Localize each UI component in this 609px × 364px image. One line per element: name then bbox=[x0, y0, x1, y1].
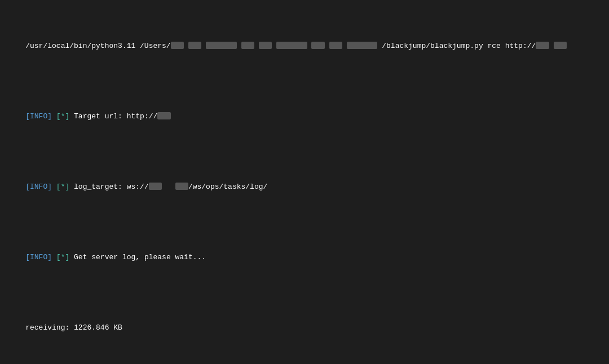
line-receiving: receiving: 1226.846 KB bbox=[8, 310, 601, 345]
command-path: /usr/local/bin/python3.11 /Users/ bbox=[25, 42, 170, 50]
line-info-logtarget: [INFO] [*] log_target: ws:// /ws/ops/tas… bbox=[8, 170, 601, 205]
terminal-container: /usr/local/bin/python3.11 /Users/ /black… bbox=[8, 6, 601, 364]
line-command: /usr/local/bin/python3.11 /Users/ /black… bbox=[8, 29, 601, 64]
line-info-target: [INFO] [*] Target url: http:// bbox=[8, 99, 601, 134]
receiving-text: receiving: 1226.846 KB bbox=[25, 323, 122, 332]
line-info-getlog: [INFO] [*] Get server log, please wait..… bbox=[8, 240, 601, 275]
